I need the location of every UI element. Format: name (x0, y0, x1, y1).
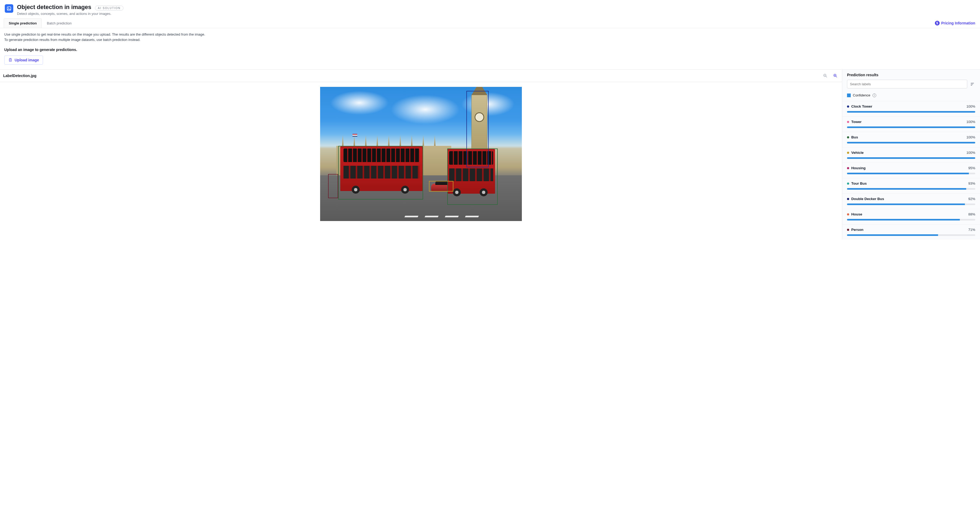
dollar-icon: $ (935, 21, 940, 26)
image-filename: LabelDetection.jpg (3, 73, 37, 78)
app-icon (5, 4, 13, 13)
result-label: House (851, 212, 966, 216)
intro-text: Use single prediction to get real-time r… (0, 28, 980, 45)
bbox-person[interactable] (328, 174, 338, 198)
confidence-bar (847, 142, 975, 144)
confidence-bar (847, 219, 975, 220)
intro-line-1: Use single prediction to get real-time r… (4, 32, 976, 37)
image-header: LabelDetection.jpg (0, 70, 842, 82)
search-row (842, 80, 980, 92)
page-title: Object detection in images (17, 4, 91, 11)
upload-section: Upload an image to generate predictions.… (0, 45, 980, 69)
result-percent: 88% (968, 212, 975, 216)
result-label: Clock Tower (851, 104, 964, 109)
detected-image[interactable] (320, 87, 522, 221)
sort-button[interactable] (970, 81, 975, 87)
sort-icon (970, 81, 975, 87)
result-item[interactable]: Tower100% (842, 116, 980, 132)
ai-solution-badge: AI SOLUTION (95, 6, 123, 11)
result-item[interactable]: Clock Tower100% (842, 101, 980, 116)
tabs-bar: Single prediction Batch prediction $ Pri… (0, 18, 980, 28)
result-percent: 71% (968, 228, 975, 231)
upload-image-button[interactable]: Upload image (4, 56, 43, 65)
confidence-bar (847, 188, 975, 190)
result-item[interactable]: Bus100% (842, 132, 980, 147)
result-label: Vehicle (851, 151, 964, 155)
result-item[interactable]: Double Decker Bus92% (842, 193, 980, 209)
confidence-bar (847, 157, 975, 159)
confidence-bar (847, 173, 975, 174)
result-item[interactable]: Housing95% (842, 163, 980, 178)
info-icon[interactable]: i (872, 94, 876, 97)
zoom-out-icon (823, 73, 828, 78)
intro-line-2: To generate prediction results from mult… (4, 37, 976, 43)
pricing-information-link[interactable]: $ Pricing Information (934, 19, 976, 28)
result-item[interactable]: Tour Bus93% (842, 178, 980, 193)
results-pane: Prediction results Confidence i Clock To… (842, 70, 980, 239)
result-label: Person (851, 228, 966, 231)
result-color-dot (847, 105, 849, 108)
pricing-information-label: Pricing Information (941, 21, 975, 25)
svg-rect-2 (9, 59, 11, 62)
confidence-bar (847, 126, 975, 128)
results-title: Prediction results (842, 70, 980, 80)
result-color-dot (847, 213, 849, 215)
confidence-swatch (847, 94, 851, 97)
result-color-dot (847, 167, 849, 169)
bbox-bus-left[interactable] (338, 146, 423, 199)
confidence-bar (847, 204, 975, 205)
result-item[interactable]: Vehicle100% (842, 147, 980, 163)
result-percent: 100% (966, 151, 975, 155)
result-label: Housing (851, 166, 966, 170)
result-color-dot (847, 198, 849, 200)
result-label: Tour Bus (851, 182, 966, 185)
zoom-out-button[interactable] (822, 72, 829, 79)
upload-image-label: Upload image (14, 58, 39, 62)
result-label: Double Decker Bus (851, 197, 966, 201)
tabs: Single prediction Batch prediction (4, 18, 77, 28)
content-split: LabelDetection.jpg (0, 69, 980, 239)
bbox-car[interactable] (429, 181, 453, 191)
tab-batch-prediction[interactable]: Batch prediction (42, 18, 76, 28)
result-percent: 93% (968, 182, 975, 185)
confidence-label: Confidence (853, 93, 870, 97)
result-color-dot (847, 229, 849, 231)
page-header: Object detection in images AI SOLUTION D… (0, 0, 980, 18)
result-item[interactable]: Person71% (842, 224, 980, 239)
search-labels-input[interactable] (847, 80, 967, 88)
confidence-bar (847, 111, 975, 113)
result-color-dot (847, 136, 849, 139)
result-color-dot (847, 152, 849, 154)
result-percent: 95% (968, 166, 975, 170)
confidence-legend: Confidence i (842, 92, 980, 101)
result-color-dot (847, 182, 849, 185)
zoom-in-icon (833, 73, 838, 78)
result-item[interactable]: House88% (842, 209, 980, 224)
image-stage (0, 82, 842, 226)
tab-single-prediction[interactable]: Single prediction (4, 18, 42, 28)
result-percent: 100% (966, 120, 975, 124)
zoom-in-button[interactable] (832, 72, 839, 79)
result-percent: 100% (966, 135, 975, 139)
result-percent: 92% (968, 197, 975, 201)
clipboard-icon (8, 58, 13, 62)
svg-point-1 (8, 8, 9, 8)
result-list: Clock Tower100%Tower100%Bus100%Vehicle10… (842, 101, 980, 239)
result-percent: 100% (966, 104, 975, 109)
confidence-bar (847, 234, 975, 236)
result-color-dot (847, 121, 849, 123)
result-label: Tower (851, 120, 964, 124)
page-subtitle: Detect objects, concepts, scenes, and ac… (17, 12, 123, 16)
upload-heading: Upload an image to generate predictions. (4, 48, 976, 52)
image-pane: LabelDetection.jpg (0, 70, 842, 239)
bbox-bus-right[interactable] (447, 148, 498, 205)
result-label: Bus (851, 135, 964, 139)
